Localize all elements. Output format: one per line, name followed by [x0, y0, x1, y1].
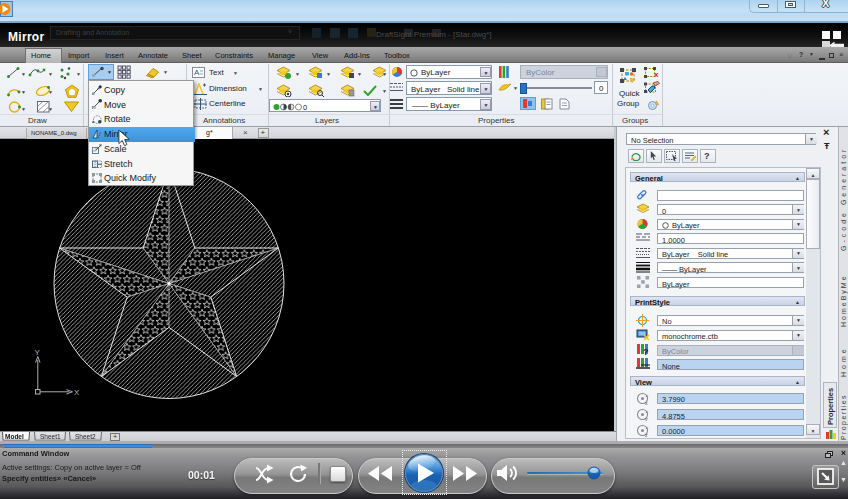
svg-text:x: x — [654, 70, 659, 78]
svg-text:A: A — [194, 68, 200, 77]
svg-text:?: ? — [643, 347, 649, 356]
svg-text:X: X — [74, 388, 80, 397]
svg-text:Y: Y — [35, 348, 41, 357]
